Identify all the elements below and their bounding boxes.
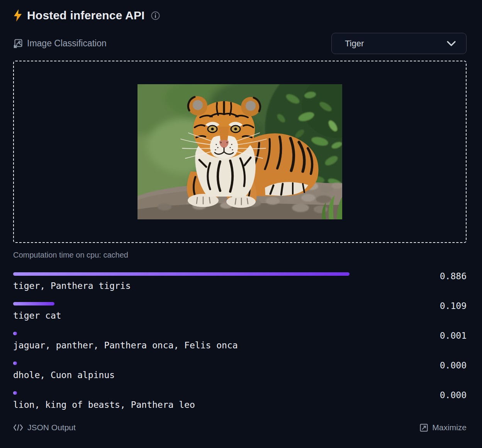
result-score: 0.886: [440, 271, 467, 281]
maximize-label: Maximize: [432, 423, 467, 432]
result-label: lion, king of beasts, Panthera leo: [13, 400, 467, 410]
result-score: 0.000: [440, 360, 467, 370]
result-row: dhole, Cuon alpinus 0.000: [13, 361, 467, 379]
task-type: Image Classification: [13, 38, 107, 49]
score-bar: [13, 391, 17, 395]
code-icon: [13, 424, 23, 431]
score-bar-track: [13, 272, 393, 276]
result-score: 0.001: [440, 331, 467, 341]
info-icon[interactable]: [151, 11, 160, 20]
example-dropdown-value: Tiger: [345, 39, 364, 49]
page-title: Hosted inference API: [27, 9, 145, 22]
json-output-label: JSON Output: [27, 423, 76, 432]
image-classification-icon: [13, 39, 23, 48]
score-bar: [13, 302, 54, 305]
hosted-inference-widget: Hosted inference API Image Classificatio…: [0, 0, 482, 443]
json-output-button[interactable]: JSON Output: [13, 423, 76, 432]
result-label: dhole, Cuon alpinus: [13, 370, 467, 380]
result-label: tiger, Panthera tigris: [13, 281, 467, 291]
score-bar: [13, 332, 17, 335]
task-label: Image Classification: [27, 38, 107, 49]
score-bar: [13, 272, 350, 276]
score-bar-track: [13, 332, 393, 335]
result-row: tiger, Panthera tigris 0.886: [13, 272, 467, 290]
example-dropdown[interactable]: Tiger: [331, 33, 467, 54]
tiger-image: [137, 84, 342, 219]
result-label: jaguar, panther, Panthera onca, Felis on…: [13, 340, 467, 350]
score-bar: [13, 361, 17, 365]
classification-results: tiger, Panthera tigris 0.886 tiger cat 0…: [13, 272, 467, 409]
widget-header: Hosted inference API: [13, 8, 467, 22]
computation-time: Computation time on cpu: cached: [13, 251, 467, 260]
lightning-icon: [13, 9, 22, 22]
maximize-icon: [420, 424, 428, 432]
task-row: Image Classification Tiger: [13, 33, 467, 54]
result-score: 0.109: [440, 301, 467, 311]
score-bar-track: [13, 302, 393, 305]
result-row: tiger cat 0.109: [13, 302, 467, 319]
result-row: jaguar, panther, Panthera onca, Felis on…: [13, 332, 467, 349]
score-bar-track: [13, 391, 393, 395]
result-label: tiger cat: [13, 311, 467, 321]
chevron-down-icon: [447, 41, 456, 46]
result-row: lion, king of beasts, Panthera leo 0.000: [13, 391, 467, 409]
image-dropzone[interactable]: [13, 61, 467, 243]
widget-footer: JSON Output Maximize: [13, 423, 467, 432]
result-score: 0.000: [440, 390, 467, 400]
score-bar-track: [13, 361, 393, 365]
maximize-button[interactable]: Maximize: [420, 423, 467, 432]
